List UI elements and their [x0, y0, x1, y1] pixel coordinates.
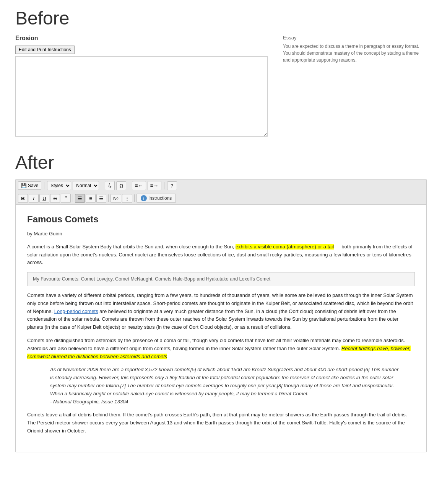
align-center-button[interactable]: ≡ — [86, 194, 96, 203]
para1-start: A comet is a Small Solar System Body tha… — [27, 244, 236, 250]
editor-container: 💾 Save Styles Normal Ix Ω ≡← ≡→ ? B I U — [15, 179, 427, 452]
align-right-button[interactable]: ☰ — [96, 194, 106, 203]
blockquote: As of November 2008 there are a reported… — [50, 366, 403, 406]
separator-4 — [164, 182, 164, 189]
article-para-3: Comets are distinguished from asteroids … — [27, 337, 415, 360]
underline-button[interactable]: U — [39, 194, 49, 203]
align-left-button[interactable]: ☰ — [75, 194, 85, 203]
separator-7 — [134, 194, 135, 202]
save-icon: 💾 — [21, 183, 27, 188]
before-right-panel: Essay You are expected to discuss a them… — [275, 35, 427, 137]
essay-description: You are expected to discuss a theme in p… — [283, 43, 427, 64]
after-title: After — [15, 152, 427, 173]
article-para-1: A comet is a Small Solar System Body tha… — [27, 243, 415, 267]
article-para-2: Comets have a variety of different orbit… — [27, 292, 415, 331]
save-button[interactable]: 💾 Save — [18, 181, 41, 190]
essay-type-label: Essay — [283, 35, 427, 41]
blockquote-text: As of November 2008 there are a reported… — [50, 367, 398, 396]
long-period-link[interactable]: Long-period comets — [54, 308, 98, 314]
outdent-button[interactable]: ≡← — [132, 181, 146, 190]
before-section: Before Erosion Edit and Print Instructio… — [15, 8, 427, 137]
separator-5 — [73, 194, 73, 202]
separator-3 — [129, 182, 129, 189]
article-title: Famous Comets — [27, 212, 415, 226]
omega-button[interactable]: Ω — [116, 181, 126, 190]
toolbar-row1: 💾 Save Styles Normal Ix Ω ≡← ≡→ ? — [16, 179, 426, 192]
article-byline: by Martie Guinn — [27, 230, 415, 238]
indent-button[interactable]: ≡→ — [148, 181, 161, 190]
toolbar-row2: B I U S " ☰ ≡ ☰ № ⋮ i Instructions — [16, 192, 426, 205]
editor-content[interactable]: Famous Comets by Martie Guinn A comet is… — [16, 205, 426, 452]
separator-1 — [44, 182, 44, 189]
instructions-button[interactable]: i Instructions — [136, 194, 176, 203]
strikethrough-button[interactable]: S — [50, 194, 60, 203]
article-para-4: Comets leave a trail of debris behind th… — [27, 411, 415, 435]
ordered-list-button[interactable]: № — [110, 194, 121, 203]
blockquote-cite: - National Geographic, Issue 13304 — [50, 399, 128, 405]
separator-2 — [102, 182, 102, 189]
unordered-list-button[interactable]: ⋮ — [122, 194, 132, 203]
after-section: After 💾 Save Styles Normal Ix Ω ≡← ≡→ ? — [15, 152, 427, 452]
italic-button[interactable]: I — [29, 194, 39, 203]
essay-textarea[interactable] — [15, 56, 268, 137]
info-icon: i — [141, 195, 147, 201]
help-button[interactable]: ? — [167, 181, 177, 190]
assignment-title: Erosion — [15, 35, 268, 42]
bold-button[interactable]: B — [18, 194, 28, 203]
italic-subscript-button[interactable]: Ix — [105, 181, 115, 190]
format-select[interactable]: Normal — [73, 181, 99, 190]
before-left-panel: Erosion Edit and Print Instructions — [15, 35, 268, 137]
before-title: Before — [15, 8, 427, 29]
caption-box: My Favourite Comets: Comet Lovejoy, Come… — [27, 272, 415, 286]
blockquote-button[interactable]: " — [61, 194, 71, 203]
separator-6 — [108, 194, 109, 202]
edit-print-button[interactable]: Edit and Print Instructions — [15, 46, 75, 54]
para1-highlight: exhibits a visible coma (atmosphere) or … — [236, 244, 334, 250]
styles-select[interactable]: Styles — [47, 181, 71, 190]
